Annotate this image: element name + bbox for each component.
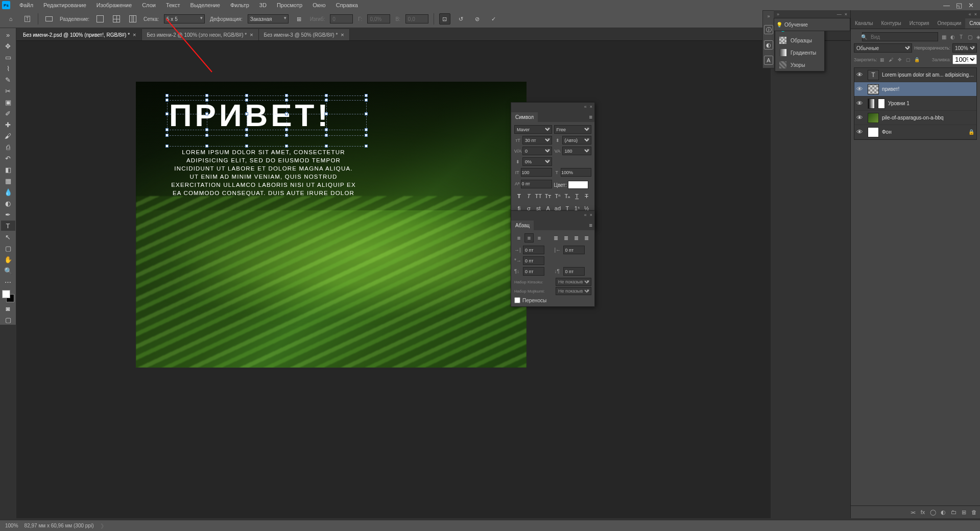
expand-icon[interactable]: » xyxy=(767,14,770,19)
tracking-select[interactable]: 180 xyxy=(562,147,592,155)
lock-image-icon[interactable]: 🖌 xyxy=(888,56,895,63)
panel-menu-icon[interactable]: ≡ xyxy=(587,112,594,122)
italic-icon[interactable]: T xyxy=(524,191,534,201)
flyout-patterns[interactable]: Узоры xyxy=(775,59,824,71)
color-swatch[interactable] xyxy=(2,290,14,302)
reset-icon[interactable]: ↺ xyxy=(456,13,467,25)
minimize-panel-icon[interactable]: — xyxy=(837,12,842,17)
menu-3d[interactable]: 3D xyxy=(254,1,272,10)
panel-menu-icon[interactable]: ≡ xyxy=(587,220,594,230)
strike-icon[interactable]: T xyxy=(582,191,591,201)
doc-tab-1[interactable]: Без имени-2 @ 100% (это неон, RGB/8#) *× xyxy=(142,29,259,40)
path-select-tool[interactable]: ↖ xyxy=(1,232,15,242)
split-1-icon[interactable] xyxy=(94,13,106,25)
warp-style-select[interactable]: Заказная xyxy=(248,14,289,23)
split-cols-icon[interactable] xyxy=(127,13,138,25)
layer-name[interactable]: Фон xyxy=(882,129,965,135)
layer-name[interactable]: pile-of-asparagus-on-a-bbq xyxy=(882,115,974,120)
close-icon[interactable]: × xyxy=(590,212,592,218)
move-tool-preset-icon[interactable]: 🅃 xyxy=(21,13,33,25)
shape-tool[interactable]: ▢ xyxy=(1,243,15,253)
tab-close-icon[interactable]: × xyxy=(341,32,344,38)
screenmode-icon[interactable]: ▢ xyxy=(1,315,15,325)
doc-tab-0[interactable]: Без имени-2.psd @ 100% (привет!, RGB/8#)… xyxy=(18,29,142,40)
filter-pixel-icon[interactable]: ▦ xyxy=(940,33,947,40)
space-after-input[interactable] xyxy=(563,267,585,276)
marquee-tool[interactable]: ▭ xyxy=(1,52,15,62)
justify-all-icon[interactable]: ≣ xyxy=(582,233,591,243)
bold-icon[interactable]: T xyxy=(514,191,524,201)
properties-icon[interactable]: ⓘ xyxy=(764,25,773,34)
brush-tool[interactable]: 🖌 xyxy=(1,131,15,141)
pen-tool[interactable]: ✒ xyxy=(1,209,15,220)
tab-history[interactable]: История xyxy=(905,18,934,29)
justify-left-icon[interactable]: ≣ xyxy=(551,233,560,243)
visibility-icon[interactable]: 👁 xyxy=(856,114,865,122)
eraser-tool[interactable]: ◧ xyxy=(1,164,15,175)
mojikumi-select[interactable]: Не показывать xyxy=(556,287,591,295)
libraries-icon[interactable]: A xyxy=(764,56,773,65)
dodge-tool[interactable]: ◐ xyxy=(1,198,15,208)
lock-all-icon[interactable]: 🔒 xyxy=(914,56,921,63)
menu-file[interactable]: Файл xyxy=(14,1,38,10)
hyphenate-checkbox[interactable] xyxy=(514,297,520,303)
maximize-icon[interactable]: ◱ xyxy=(956,2,962,9)
align-right-icon[interactable]: ≡ xyxy=(535,233,544,243)
subscript-icon[interactable]: Tₙ xyxy=(562,191,572,201)
flyout-swatches[interactable]: Образцы xyxy=(775,34,824,46)
type-tool[interactable]: T xyxy=(1,221,15,231)
collapse-icon[interactable]: » xyxy=(1,30,15,40)
tab-actions[interactable]: Операции xyxy=(934,18,966,29)
crop-tool[interactable]: ✂ xyxy=(1,86,15,96)
allcaps-icon[interactable]: TT xyxy=(534,191,543,201)
delete-layer-icon[interactable]: 🗑 xyxy=(970,508,978,516)
close-icon[interactable]: × xyxy=(590,104,592,109)
flyout-gradients[interactable]: Градиенты xyxy=(775,46,824,59)
filter-adjust-icon[interactable]: ◐ xyxy=(949,33,956,40)
hand-tool[interactable]: ✋ xyxy=(1,254,15,264)
tab-close-icon[interactable]: × xyxy=(250,32,253,38)
opacity-select[interactable]: 100% xyxy=(952,43,977,53)
visibility-icon[interactable]: 👁 xyxy=(856,100,865,107)
superscript-icon[interactable]: Tⁿ xyxy=(553,191,563,201)
quickmask-icon[interactable]: ◙ xyxy=(1,303,15,313)
new-adjustment-icon[interactable]: ◐ xyxy=(939,508,947,516)
filter-type-icon[interactable]: T xyxy=(958,33,965,40)
menu-window[interactable]: Окно xyxy=(307,1,331,10)
orientation-toggle-icon[interactable] xyxy=(43,13,55,25)
collapse-icon[interactable]: « xyxy=(584,104,587,109)
close-panel-icon[interactable]: × xyxy=(974,12,977,17)
close-panel-icon[interactable]: × xyxy=(845,12,847,17)
justify-right-icon[interactable]: ≣ xyxy=(571,233,581,243)
menu-filter[interactable]: Фильтр xyxy=(225,1,254,10)
visibility-icon[interactable]: 👁 xyxy=(856,71,865,79)
text-color-swatch[interactable] xyxy=(568,181,588,189)
history-brush-tool[interactable]: ↶ xyxy=(1,153,15,163)
tab-layers[interactable]: Слои xyxy=(965,18,980,29)
scale-select[interactable]: 0% xyxy=(522,157,552,166)
layer-row[interactable]: 👁 Уровни 1 xyxy=(854,96,976,111)
commit-transform-icon[interactable]: ✓ xyxy=(488,13,499,25)
space-before-input[interactable] xyxy=(523,267,544,276)
indent-left-input[interactable] xyxy=(523,246,544,254)
edit-toolbar-icon[interactable]: ⋯ xyxy=(1,277,15,287)
stamp-tool[interactable]: ⎙ xyxy=(1,142,15,152)
warp-orientation-icon[interactable]: ⊞ xyxy=(294,13,305,25)
menu-help[interactable]: Справка xyxy=(331,1,363,10)
statusbar-flyout-icon[interactable]: ❯ xyxy=(100,523,104,528)
visibility-icon[interactable]: 👁 xyxy=(856,128,865,136)
kinsoku-select[interactable]: Не показывать xyxy=(556,278,591,286)
menu-image[interactable]: Изображение xyxy=(91,1,137,10)
eyedropper-tool[interactable]: ✐ xyxy=(1,108,15,118)
new-group-icon[interactable]: 🗀 xyxy=(949,508,958,516)
fill-select[interactable]: 100% xyxy=(952,55,977,64)
move-tool[interactable]: ✥ xyxy=(1,41,15,51)
zoom-tool[interactable]: 🔍 xyxy=(1,266,15,276)
tab-paths[interactable]: Контуры xyxy=(877,18,905,29)
filter-shape-icon[interactable]: ▢ xyxy=(966,33,973,40)
filter-smart-icon[interactable]: ◈ xyxy=(975,33,980,40)
font-size-select[interactable]: 30 пт xyxy=(522,136,552,144)
title-text-layer[interactable]: ПРИВЕТ! xyxy=(169,100,331,131)
minimize-icon[interactable]: — xyxy=(943,2,950,9)
layer-name[interactable]: Lorem ipsum dolor sit am... adipisicing … xyxy=(882,72,974,78)
